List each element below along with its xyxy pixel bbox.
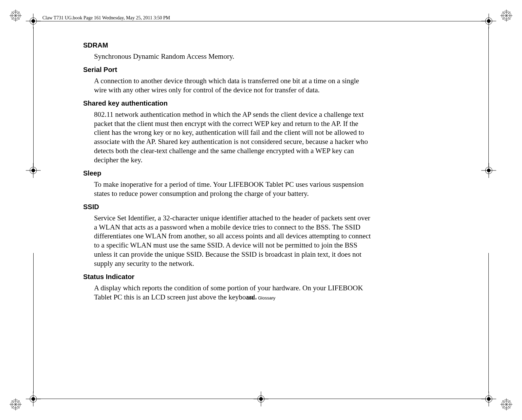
regmark-icon xyxy=(10,398,22,410)
crop-line xyxy=(33,27,34,167)
regmark-icon xyxy=(10,10,22,22)
crop-line xyxy=(37,21,485,21)
glossary-term: Status Indicator xyxy=(83,273,373,281)
page-header: Claw T731 UG.book Page 161 Wednesday, Ma… xyxy=(42,15,170,21)
glossary-term: SDRAM xyxy=(83,41,373,49)
footer-sep: - xyxy=(254,295,258,300)
glossary-term: SSID xyxy=(83,203,373,211)
footer-section: Glossary xyxy=(258,295,275,300)
glossary-term: Shared key authentication xyxy=(83,99,373,107)
crop-line xyxy=(488,27,489,167)
crosshair-icon xyxy=(26,391,41,406)
glossary-definition: 802.11 network authentication method in … xyxy=(94,110,373,165)
crosshair-icon xyxy=(254,391,268,406)
crosshair-icon xyxy=(481,163,496,178)
glossary-definition: A connection to another device through w… xyxy=(94,76,373,95)
glossary-term: Serial Port xyxy=(83,66,373,74)
glossary-definition: Synchronous Dynamic Random Access Memory… xyxy=(94,52,373,61)
regmark-icon xyxy=(500,398,512,410)
crosshair-icon xyxy=(26,14,41,29)
crop-line xyxy=(488,253,489,393)
page-footer: 161 - Glossary xyxy=(0,295,522,300)
crosshair-icon xyxy=(481,14,496,29)
glossary-term: Sleep xyxy=(83,169,373,177)
crosshair-icon xyxy=(481,391,496,406)
glossary-definition: To make inoperative for a period of time… xyxy=(94,180,373,198)
page: Claw T731 UG.book Page 161 Wednesday, Ma… xyxy=(0,0,522,420)
crosshair-icon xyxy=(26,163,41,178)
page-number: 161 xyxy=(247,295,254,300)
glossary-content: SDRAM Synchronous Dynamic Random Access … xyxy=(83,41,373,304)
regmark-icon xyxy=(500,10,512,22)
crop-line xyxy=(33,253,34,393)
glossary-definition: Service Set Identifier, a 32-character u… xyxy=(94,214,373,268)
